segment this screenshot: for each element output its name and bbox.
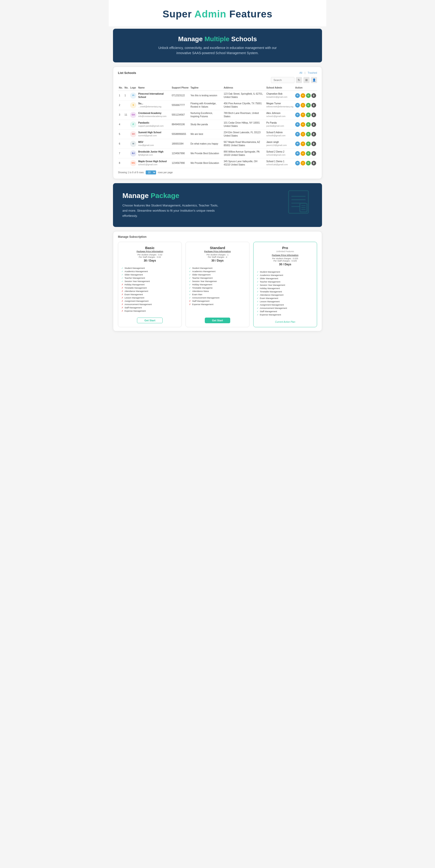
grid-icon[interactable]: ⊞ xyxy=(303,77,310,83)
view-button[interactable]: 👁 xyxy=(295,151,300,156)
delete-button[interactable]: 🗑 xyxy=(311,151,316,156)
feature-label: Academics Management xyxy=(125,270,148,273)
cell-tagline: We are best xyxy=(189,129,223,139)
cell-action: 👁 ✏ ⚙ 🗑 xyxy=(294,91,317,100)
cell-phone: 5556667777 xyxy=(170,100,189,110)
col-action: Action xyxy=(294,85,317,91)
delete-button[interactable]: 🗑 xyxy=(311,122,316,127)
feature-item: ✗ Assignment Management xyxy=(121,300,178,303)
plan-features: ✓ Student Management ✓ Academics Managem… xyxy=(189,267,246,306)
check-icon: ✓ xyxy=(189,280,191,282)
delete-button[interactable]: 🗑 xyxy=(311,161,316,165)
settings-button[interactable]: ⚙ xyxy=(306,142,311,146)
action-btns: 👁 ✏ ⚙ 🗑 xyxy=(295,151,316,156)
package-desc: Choose features like Student Management,… xyxy=(122,203,221,218)
view-button[interactable]: 👁 xyxy=(295,113,300,117)
cell-inner-no: 11 xyxy=(124,110,129,120)
edit-button[interactable]: ✏ xyxy=(301,103,305,107)
schools-card: List Schools All | Trashed ↻ ⊞ 👤 No. No.… xyxy=(113,67,322,179)
cell-address: 101 Cedar Drive Hilltop, NY 10001 United… xyxy=(223,120,265,129)
cross-icon: ✗ xyxy=(189,300,191,302)
table-header-row: No. No. Logo Name Support Phone Tagline … xyxy=(118,85,317,91)
table-toolbar: ↻ ⊞ 👤 xyxy=(118,77,317,83)
per-page-select[interactable]: 10 25 50 xyxy=(146,170,156,175)
admin-email: testadmin@gmail.com xyxy=(266,96,293,99)
cell-action: 👁 ✏ ⚙ 🗑 xyxy=(294,120,317,129)
table-row: 7 BJ Brookside Junior High bjh@gmail.com… xyxy=(118,149,317,158)
edit-button[interactable]: ✏ xyxy=(301,161,305,165)
admin-email: school1ab@gmail.com xyxy=(266,163,293,166)
settings-button[interactable]: ⚙ xyxy=(306,161,311,165)
get-start-button[interactable]: Get Start xyxy=(205,318,230,323)
search-input[interactable] xyxy=(271,77,294,83)
cell-address: 456 Pine Avenue Cityville, TX 75001 Unit… xyxy=(223,100,265,110)
cell-admin: Alex Johnson school1@gmail.com xyxy=(265,110,294,120)
feature-item: ✗ Timetable Management xyxy=(121,286,178,289)
cell-name: Pinecrest International School xyxy=(137,91,170,100)
delete-button[interactable]: 🗑 xyxy=(311,142,316,146)
edit-button[interactable]: ✏ xyxy=(301,122,305,127)
refresh-icon[interactable]: ↻ xyxy=(296,77,302,83)
get-start-button[interactable]: Get Start xyxy=(137,318,162,323)
edit-button[interactable]: ✏ xyxy=(301,151,305,156)
settings-button[interactable]: ⚙ xyxy=(306,93,311,98)
feature-label: Timetable Management xyxy=(260,290,282,293)
feature-item: ✓ Academics Management xyxy=(189,270,246,273)
feature-item: ✓ Announcement Management xyxy=(257,307,314,310)
feature-item: ✓ Session Year Management xyxy=(121,280,178,283)
feature-item: ✓ Announcement Management xyxy=(189,296,246,300)
settings-button[interactable]: ⚙ xyxy=(306,103,311,107)
feature-label: Student Management xyxy=(260,271,280,273)
cell-no: 3 xyxy=(118,110,124,120)
edit-button[interactable]: ✏ xyxy=(301,113,305,117)
view-button[interactable]: 👁 xyxy=(295,93,300,98)
feature-item: ✓ Slider Management xyxy=(257,277,314,280)
plan-card-pro: Pro Unlimited Features Package Price Inf… xyxy=(253,242,317,327)
settings-button[interactable]: ⚙ xyxy=(306,122,311,127)
admin-name: School 2 Demo 2 xyxy=(266,150,293,154)
settings-button[interactable]: ⚙ xyxy=(306,113,311,117)
check-icon: ✓ xyxy=(121,270,123,273)
delete-button[interactable]: 🗑 xyxy=(311,103,316,107)
feature-item: ✓ Session Year Managemen xyxy=(189,280,246,283)
view-button[interactable]: 👁 xyxy=(295,103,300,107)
table-row: 2 S Su... ...creek@elementary.org 555666… xyxy=(118,100,317,110)
trashed-link[interactable]: Trashed xyxy=(308,71,317,74)
feature-label: Holiday Management xyxy=(260,287,280,289)
feature-item: ✗ Announcement Management xyxy=(121,303,178,306)
settings-button[interactable]: ⚙ xyxy=(306,151,311,156)
feature-label: Timetable Management xyxy=(125,287,147,289)
col-name: Name xyxy=(137,85,170,91)
check-icon: ✓ xyxy=(257,294,259,296)
view-button[interactable]: 👁 xyxy=(295,142,300,146)
delete-button[interactable]: 🗑 xyxy=(311,113,316,117)
feature-item: ✓ Holiday Management xyxy=(189,283,246,286)
view-button[interactable]: 👁 xyxy=(295,132,300,136)
settings-button[interactable]: ⚙ xyxy=(306,132,311,136)
feature-item: ✓ Student Management xyxy=(257,270,314,274)
cell-name: Maple Grove High School school1@gmail.co… xyxy=(137,158,170,168)
delete-button[interactable]: 🗑 xyxy=(311,132,316,136)
user-icon[interactable]: 👤 xyxy=(311,77,317,83)
cell-admin: Megan Turner willowcreek@elementary.org xyxy=(265,100,294,110)
view-button[interactable]: 👁 xyxy=(295,122,300,127)
feature-item: ✓ Lesson Management xyxy=(257,300,314,303)
school-name: Maple Grove High School xyxy=(138,160,170,163)
feature-label: Attendance Management xyxy=(260,294,284,296)
edit-button[interactable]: ✏ xyxy=(301,132,305,136)
check-icon: ✓ xyxy=(257,287,259,289)
edit-button[interactable]: ✏ xyxy=(301,93,305,98)
action-btns: 👁 ✏ ⚙ 🗑 xyxy=(295,161,316,165)
per-page-label: rows per page xyxy=(158,171,173,174)
feature-label: Assignment Management xyxy=(125,300,149,302)
school-logo: PI xyxy=(130,93,136,99)
cell-phone: 55588996655 xyxy=(170,129,189,139)
edit-button[interactable]: ✏ xyxy=(301,142,305,146)
check-icon: ✓ xyxy=(189,293,191,296)
check-icon: ✓ xyxy=(189,274,191,276)
plan-days: 30 / Days xyxy=(189,259,246,262)
all-link[interactable]: All xyxy=(300,71,302,74)
delete-button[interactable]: 🗑 xyxy=(311,93,316,98)
view-button[interactable]: 👁 xyxy=(295,161,300,165)
feature-label: Student Management xyxy=(192,267,212,269)
